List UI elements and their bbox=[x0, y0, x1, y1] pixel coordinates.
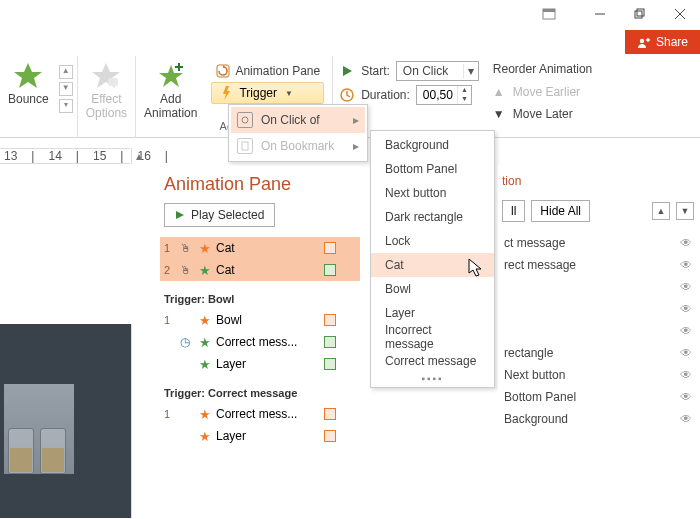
reorder-group: Reorder Animation ▲Move Earlier ▼Move La… bbox=[483, 56, 596, 137]
duration-input[interactable] bbox=[417, 86, 457, 104]
eye-icon[interactable]: 👁 bbox=[680, 390, 692, 404]
submenu-item[interactable]: Lock bbox=[371, 229, 494, 253]
move-down-button[interactable]: ▼ bbox=[676, 202, 694, 220]
start-combo[interactable]: On Click ▾ bbox=[396, 61, 479, 81]
submenu-item[interactable]: Dark rectangle bbox=[371, 205, 494, 229]
anim-item[interactable]: 1 🖱 ★ Bowl bbox=[160, 309, 360, 331]
add-animation-label: Add Animation bbox=[144, 92, 197, 120]
scroll-up-icon[interactable]: ▴ bbox=[131, 148, 146, 164]
submenu-more-icon[interactable]: ▪▪▪▪ bbox=[371, 373, 494, 385]
animation-list: 1 🖱 ★ Cat 2 🖱 ★ Cat Trigger: Bowl 1 🖱 ★ … bbox=[160, 237, 360, 447]
close-button[interactable] bbox=[660, 0, 700, 28]
star-icon: ★ bbox=[198, 313, 212, 328]
trigger-header: Trigger: Correct message bbox=[160, 375, 360, 403]
eye-icon[interactable]: 👁 bbox=[680, 236, 692, 250]
mouse-icon: 🖱 bbox=[180, 264, 194, 276]
anim-item[interactable]: 1 🖱 ★ Cat bbox=[160, 237, 360, 259]
selection-item[interactable]: Background👁 bbox=[498, 408, 698, 430]
eye-icon[interactable]: 👁 bbox=[680, 412, 692, 426]
selection-pane-title: tion bbox=[502, 174, 521, 188]
submenu-item[interactable]: Incorrect message bbox=[371, 325, 494, 349]
timing-bar bbox=[324, 336, 336, 348]
clock-icon: ◷ bbox=[180, 335, 194, 349]
submenu-item[interactable]: Next button bbox=[371, 181, 494, 205]
restore-button[interactable] bbox=[620, 0, 660, 28]
selection-item[interactable]: 👁 bbox=[498, 298, 698, 320]
chevron-right-icon: ▸ bbox=[353, 139, 359, 153]
gallery-scroll[interactable]: ▲ ▼ ▾ bbox=[57, 56, 77, 137]
selection-item[interactable]: Bottom Panel👁 bbox=[498, 386, 698, 408]
spinner-buttons[interactable]: ▲▼ bbox=[457, 86, 471, 104]
anim-item[interactable]: ◷ ★ Correct mess... bbox=[160, 331, 360, 353]
anim-item[interactable]: 1 🖱 ★ Correct mess... bbox=[160, 403, 360, 425]
animation-pane: Animation Pane Play Selected 1 🖱 ★ Cat 2… bbox=[160, 166, 360, 519]
anim-item[interactable]: 🖱 ★ Layer bbox=[160, 353, 360, 375]
eye-icon[interactable]: 👁 bbox=[680, 258, 692, 272]
bounce-gallery-item[interactable]: Bounce bbox=[0, 56, 57, 137]
star-icon: ★ bbox=[198, 241, 212, 256]
timing-bar bbox=[324, 242, 336, 254]
selection-item[interactable]: rectangle👁 bbox=[498, 342, 698, 364]
duration-spinner[interactable]: ▲▼ bbox=[416, 85, 472, 105]
slide-area bbox=[0, 166, 146, 519]
play-selected-button[interactable]: Play Selected bbox=[164, 203, 275, 227]
selection-list: ct message👁 rect message👁 👁 👁 👁 rectangl… bbox=[498, 232, 698, 430]
reorder-title: Reorder Animation bbox=[493, 60, 592, 80]
minimize-button[interactable] bbox=[580, 0, 620, 28]
eye-icon[interactable]: 👁 bbox=[680, 280, 692, 294]
trigger-menu-onbookmark: On Bookmark ▸ bbox=[231, 133, 365, 159]
move-later-button[interactable]: ▼Move Later bbox=[493, 104, 592, 124]
eye-icon[interactable]: 👁 bbox=[680, 302, 692, 316]
play-selected-label: Play Selected bbox=[191, 208, 264, 222]
animation-pane-button[interactable]: Animation Pane bbox=[211, 60, 324, 82]
slide-content[interactable] bbox=[0, 324, 132, 518]
selection-item[interactable]: Next button👁 bbox=[498, 364, 698, 386]
selection-item[interactable]: ct message👁 bbox=[498, 232, 698, 254]
share-label: Share bbox=[656, 35, 688, 49]
chevron-down-icon: ▾ bbox=[463, 64, 478, 78]
trigger-button[interactable]: Trigger ▼ bbox=[211, 82, 324, 104]
share-button[interactable]: Share bbox=[625, 30, 700, 54]
selection-item[interactable]: rect message👁 bbox=[498, 254, 698, 276]
svg-rect-4 bbox=[637, 9, 644, 16]
submenu-item[interactable]: Bowl bbox=[371, 277, 494, 301]
bookmark-icon bbox=[237, 138, 253, 154]
submenu-item[interactable]: Layer bbox=[371, 301, 494, 325]
submenu-item[interactable]: Correct message bbox=[371, 349, 494, 373]
trigger-menu: On Click of ▸ On Bookmark ▸ bbox=[228, 104, 368, 162]
anim-item[interactable]: 🖱 ★ Layer bbox=[160, 425, 360, 447]
eye-icon[interactable]: 👁 bbox=[680, 368, 692, 382]
timing-bar bbox=[324, 358, 336, 370]
svg-marker-15 bbox=[343, 66, 352, 76]
mouse-icon: 🖱 bbox=[180, 242, 194, 254]
onclick-submenu: Background Bottom Panel Next button Dark… bbox=[370, 130, 495, 388]
submenu-item-cat[interactable]: Cat bbox=[371, 253, 494, 277]
ribbon-options-icon[interactable] bbox=[530, 6, 568, 22]
add-animation-button[interactable]: Add Animation bbox=[136, 56, 205, 120]
submenu-item[interactable]: Background bbox=[371, 133, 494, 157]
submenu-item[interactable]: Bottom Panel bbox=[371, 157, 494, 181]
move-up-button[interactable]: ▲ bbox=[652, 202, 670, 220]
star-icon: ★ bbox=[198, 263, 212, 278]
onbookmark-label: On Bookmark bbox=[261, 139, 334, 153]
ruler: 13| 14| 15| 16| bbox=[0, 148, 130, 164]
selection-item[interactable]: 👁 bbox=[498, 320, 698, 342]
hide-all-button[interactable]: Hide All bbox=[531, 200, 590, 222]
trigger-menu-onclickof[interactable]: On Click of ▸ bbox=[231, 107, 365, 133]
selection-item[interactable]: 👁 bbox=[498, 276, 698, 298]
show-all-button[interactable]: ll bbox=[502, 200, 525, 222]
trigger-label: Trigger bbox=[239, 86, 277, 100]
star-icon: ★ bbox=[198, 335, 212, 350]
timing-bar bbox=[324, 430, 336, 442]
svg-marker-19 bbox=[176, 211, 184, 219]
animation-pane-title: Animation Pane bbox=[160, 166, 360, 203]
anim-item[interactable]: 2 🖱 ★ Cat bbox=[160, 259, 360, 281]
trigger-header: Trigger: Bowl bbox=[160, 281, 360, 309]
duration-icon bbox=[339, 87, 355, 103]
eye-icon[interactable]: 👁 bbox=[680, 324, 692, 338]
animation-pane-label: Animation Pane bbox=[235, 64, 320, 78]
window-controls bbox=[530, 0, 700, 28]
duration-label: Duration: bbox=[361, 88, 410, 102]
start-value: On Click bbox=[397, 64, 463, 78]
eye-icon[interactable]: 👁 bbox=[680, 346, 692, 360]
